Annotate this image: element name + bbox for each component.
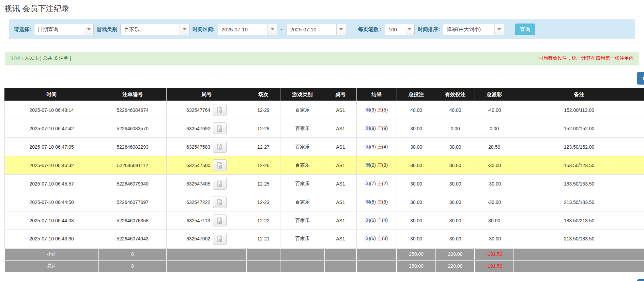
game-type-dropdown-button[interactable] (180, 24, 189, 35)
video-replay-button[interactable] (213, 196, 227, 208)
video-replay-button[interactable] (213, 233, 227, 245)
pagination-page-1-top[interactable]: 1 (637, 72, 644, 85)
time-sort-value[interactable]: 降幂(由大到小) (443, 24, 494, 35)
date-from-select[interactable]: 2025-07-10 (218, 24, 277, 35)
filter-bar: 请选择: 日期查询 游戏类别 百家乐 时间区间: 2025-07-10 ~ 20… (9, 19, 635, 39)
cell-time: 2025-07-10 06:48:14 (4, 101, 99, 119)
cell-result: 闲(9) 庄(9) (356, 119, 397, 138)
search-button[interactable]: 查询 (515, 24, 535, 35)
cell-total-bet-link[interactable]: 30.00 (397, 193, 436, 211)
cell-total-bet-link[interactable]: 30.00 (397, 138, 436, 156)
cell-result: 闲(6) 庄(3) (356, 230, 397, 248)
cell-note: 213.50/183.50 (514, 230, 644, 248)
cell-total-bet-link[interactable]: 30.00 (397, 156, 436, 175)
date-to-value[interactable]: 2025-07-10 (287, 24, 336, 35)
result-player-label: 闲 (365, 199, 370, 205)
per-page-value[interactable]: 100 (385, 24, 405, 35)
per-page-select[interactable]: 100 (385, 24, 415, 35)
round-id-value: 632547113 (186, 218, 210, 223)
header-total-bet: 总投注 (397, 88, 436, 101)
pagination-page-1-bottom[interactable]: 1 (637, 279, 644, 281)
cell-result: 闲(3) 庄(4) (356, 138, 397, 156)
video-replay-button[interactable] (213, 104, 227, 116)
query-type-label: 请选择: (14, 26, 31, 33)
cell-result: 闲(6) 庄(8) (356, 193, 397, 211)
game-type-label: 游戏类别 (97, 26, 117, 33)
caret-down-icon (497, 28, 501, 30)
cell-payout: 30.00 (475, 211, 514, 230)
cell-valid-bet: 40.00 (436, 101, 475, 119)
cell-time: 2025-07-10 06:47:05 (4, 138, 99, 156)
result-player-score: (6) (370, 199, 376, 205)
header-note: 备注 (514, 88, 644, 101)
cell-table-no: AS1 (325, 230, 356, 248)
result-banker-score: (8) (382, 199, 388, 205)
table-row: 2025-07-10 06:44:08 522646076358 6325471… (4, 211, 644, 230)
cell-note: 123.50/152.00 (514, 138, 644, 156)
cell-game-type: 百家乐 (280, 193, 325, 211)
cell-payout: -40.00 (475, 101, 514, 119)
date-to-dropdown-button[interactable] (336, 24, 346, 35)
cell-bet-id: 522646082293 (99, 138, 166, 156)
result-player-score: (9) (370, 125, 376, 131)
video-replay-button[interactable] (213, 141, 227, 153)
cell-total-bet-link[interactable]: 30.00 (397, 211, 436, 230)
round-id-value: 632547500 (186, 163, 210, 168)
cell-session: 12-25 (247, 175, 280, 193)
cell-game-type: 百家乐 (280, 156, 325, 175)
cell-game-type: 百家乐 (280, 175, 325, 193)
result-banker-score: (2) (382, 181, 388, 186)
time-sort-select[interactable]: 降幂(由大到小) (443, 24, 504, 35)
video-record-icon (216, 162, 223, 169)
query-type-dropdown-button[interactable] (84, 24, 93, 35)
video-record-icon (216, 144, 223, 150)
caret-down-icon (339, 28, 343, 30)
cell-total-bet-link[interactable]: 30.00 (397, 230, 436, 248)
result-banker-label: 庄 (377, 199, 382, 205)
query-type-value[interactable]: 日期查询 (34, 24, 84, 35)
grand-total-row: 总计 8 250.00 220.00 -101.50 (4, 260, 644, 272)
cell-valid-bet: 0.00 (436, 119, 475, 138)
round-id-value: 632547583 (186, 144, 210, 150)
cell-total-bet-link[interactable]: 40.00 (397, 101, 436, 119)
game-type-select[interactable]: 百家乐 (120, 24, 189, 35)
result-banker-label: 庄 (377, 162, 382, 168)
video-replay-button[interactable] (213, 215, 227, 226)
per-page-dropdown-button[interactable] (405, 24, 414, 35)
time-sort-dropdown-button[interactable] (494, 24, 504, 35)
cell-valid-bet: 30.00 (436, 156, 475, 175)
cell-note: 152.00/152.00 (514, 119, 644, 138)
query-type-select[interactable]: 日期查询 (34, 24, 94, 35)
date-from-dropdown-button[interactable] (267, 24, 277, 35)
table-row: 2025-07-10 06:48:14 522646084674 6325477… (4, 101, 644, 119)
date-from-value[interactable]: 2025-07-10 (218, 24, 267, 35)
video-replay-button[interactable] (213, 178, 227, 190)
result-banker-score: (3) (382, 236, 388, 241)
cell-round-id: 632547764 (166, 101, 247, 119)
video-replay-button[interactable] (213, 122, 227, 134)
cell-payout: 0.00 (475, 119, 514, 138)
header-game-type: 游戏类别 (280, 88, 325, 101)
game-type-value[interactable]: 百家乐 (121, 24, 180, 35)
grand-total-label: 总计 (4, 260, 99, 272)
caret-down-icon (183, 28, 186, 30)
result-player-label: 闲 (365, 144, 370, 149)
cell-payout: -30.00 (475, 230, 514, 248)
result-player-score: (6) (370, 236, 376, 241)
cell-bet-id: 522646077697 (99, 193, 166, 211)
cell-game-type: 百家乐 (280, 119, 325, 138)
video-replay-button[interactable] (213, 159, 227, 171)
header-table-no: 桌号 (325, 88, 356, 101)
round-id-value: 632547692 (186, 126, 210, 131)
video-record-icon (216, 125, 223, 132)
cell-session: 12-29 (247, 101, 280, 119)
cell-payout: 28.50 (475, 138, 514, 156)
cell-total-bet-link[interactable]: 30.00 (397, 119, 436, 138)
cell-total-bet-link[interactable]: 30.00 (397, 175, 436, 193)
table-header: 时间 注单编号 局号 场次 游戏类别 桌号 结果 总投注 有效投注 总派彩 备注 (4, 88, 644, 101)
header-session: 场次 (247, 88, 280, 101)
cell-time: 2025-07-10 06:46:32 (4, 156, 99, 175)
cell-session: 12-22 (247, 211, 280, 230)
date-to-select[interactable]: 2025-07-10 (287, 24, 346, 35)
table-footer: 小计 8 250.00 220.00 -101.50 总计 8 250.00 2… (4, 248, 644, 272)
